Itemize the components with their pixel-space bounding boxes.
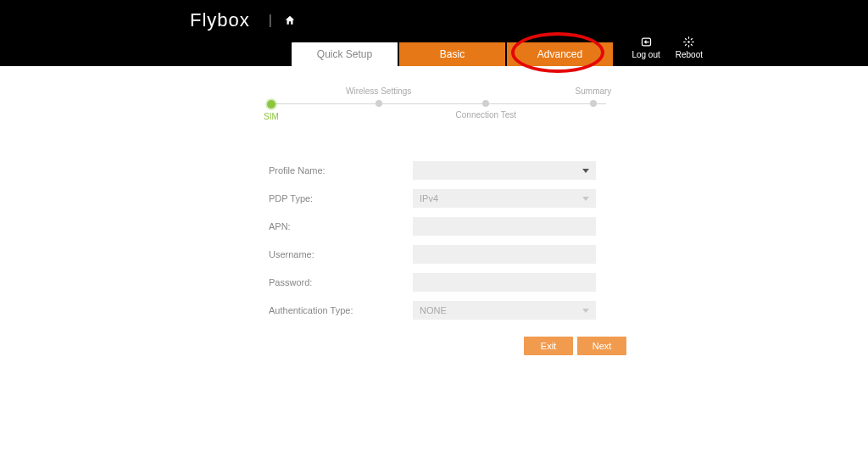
chevron-down-icon <box>582 197 589 201</box>
step-summary-label: Summary <box>576 86 612 100</box>
tab-advanced[interactable]: Advanced <box>507 42 613 66</box>
exit-button[interactable]: Exit <box>524 337 573 355</box>
label-username: Username: <box>269 249 413 259</box>
row-auth-type: Authentication Type: NONE <box>269 301 599 320</box>
content: SIM Wireless Settings Connection Test Su… <box>0 66 868 355</box>
reboot-icon <box>682 35 695 48</box>
step-connection-label: Connection Test <box>456 110 517 124</box>
input-username[interactable] <box>413 245 596 264</box>
tab-basic-label: Basic <box>440 48 465 60</box>
select-profile-name[interactable] <box>413 161 596 180</box>
svg-line-8 <box>686 44 687 46</box>
row-username: Username: <box>269 245 599 264</box>
header: Flybox | Quick Setup Basic Advanced Log … <box>0 0 868 66</box>
svg-line-6 <box>686 38 687 40</box>
step-wireless-label: Wireless Settings <box>346 86 411 100</box>
logout-icon <box>640 35 653 48</box>
tab-row: Quick Setup Basic Advanced <box>292 42 615 66</box>
reboot-button[interactable]: Reboot <box>676 35 703 59</box>
exit-button-label: Exit <box>541 341 556 351</box>
next-button-label: Next <box>593 341 612 351</box>
row-password: Password: <box>269 273 599 292</box>
label-profile-name: Profile Name: <box>269 165 413 176</box>
step-summary: Summary <box>585 86 602 125</box>
brand-logo: Flybox <box>190 9 250 31</box>
logout-label: Log out <box>632 50 659 59</box>
brand-separator: | <box>269 13 272 28</box>
step-connection-dot <box>482 100 489 107</box>
next-button[interactable]: Next <box>577 337 626 355</box>
chevron-down-icon <box>582 309 589 313</box>
sim-form: Profile Name: PDP Type: IPv4 APN: User <box>269 161 599 320</box>
svg-point-1 <box>688 41 691 43</box>
step-connection-test: Connection Test <box>477 86 494 125</box>
chevron-down-icon <box>582 169 589 173</box>
label-password: Password: <box>269 277 413 287</box>
step-summary-dot <box>590 100 597 107</box>
svg-line-9 <box>691 38 693 40</box>
label-auth-type: Authentication Type: <box>269 305 413 315</box>
button-row: Exit Next <box>269 337 626 355</box>
row-profile-name: Profile Name: <box>269 161 599 180</box>
logout-button[interactable]: Log out <box>632 35 659 59</box>
brand-bar: Flybox | <box>0 0 868 41</box>
step-wireless-dot <box>376 100 382 107</box>
row-pdp-type: PDP Type: IPv4 <box>269 189 599 208</box>
select-pdp-type-value: IPv4 <box>420 193 438 203</box>
step-sim-label: SIM <box>264 112 279 125</box>
input-apn[interactable] <box>413 217 596 236</box>
row-apn: APN: <box>269 217 599 236</box>
svg-line-7 <box>691 44 693 46</box>
home-icon[interactable] <box>284 14 296 26</box>
tab-advanced-label: Advanced <box>537 48 582 60</box>
stepper: SIM Wireless Settings Connection Test Su… <box>254 86 610 125</box>
label-pdp-type: PDP Type: <box>269 193 413 203</box>
header-actions: Log out Reboot <box>632 35 703 59</box>
step-sim-dot <box>267 100 275 109</box>
step-sim: SIM <box>263 86 280 125</box>
tab-quick-setup-label: Quick Setup <box>317 48 372 60</box>
input-password[interactable] <box>413 273 596 292</box>
tab-quick-setup[interactable]: Quick Setup <box>292 42 398 66</box>
select-auth-type-value: NONE <box>420 305 447 315</box>
tab-basic[interactable]: Basic <box>399 42 505 66</box>
select-auth-type[interactable]: NONE <box>413 301 596 320</box>
step-wireless: Wireless Settings <box>370 86 387 125</box>
select-pdp-type[interactable]: IPv4 <box>413 189 596 208</box>
reboot-label: Reboot <box>676 50 703 59</box>
label-apn: APN: <box>269 221 413 231</box>
